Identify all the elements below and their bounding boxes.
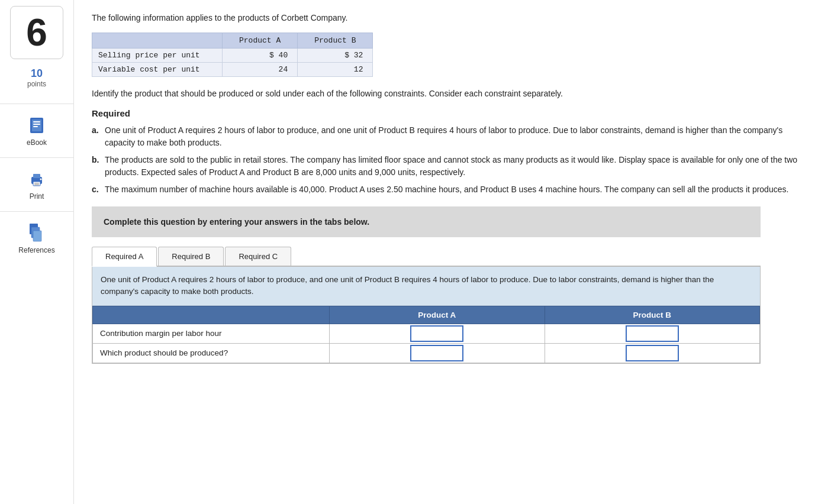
table-header-product-b: Product B	[298, 33, 373, 49]
req-text-c: The maximum number of machine hours avai…	[105, 183, 788, 196]
points-label: points	[27, 80, 46, 88]
ebook-button[interactable]: eBook	[0, 108, 73, 154]
svg-rect-13	[33, 231, 41, 241]
references-icon	[26, 222, 47, 244]
divider-3	[0, 211, 73, 212]
tab-required-c[interactable]: Required C	[225, 247, 291, 266]
ebook-label: eBook	[27, 138, 47, 147]
table-header-empty	[92, 33, 223, 49]
required-heading: Required	[92, 108, 813, 118]
answer-header-product-b: Product B	[545, 306, 760, 324]
tab-description: One unit of Product A requires 2 hours o…	[92, 267, 760, 306]
answer-row-product: Which product should be produced?	[93, 343, 760, 363]
tab-content: One unit of Product A requires 2 hours o…	[92, 267, 761, 364]
answer-table: Product A Product B Contribution margin …	[92, 306, 760, 363]
svg-rect-8	[34, 183, 39, 184]
row-val-a-selling: $ 40	[223, 49, 298, 63]
answer-header-product-a: Product A	[330, 306, 545, 324]
req-letter-b: b.	[92, 154, 101, 179]
print-icon	[26, 169, 47, 190]
tabs-container: Required A Required B Required C One uni…	[92, 247, 761, 364]
answer-input-b-margin[interactable]	[626, 325, 679, 342]
question-number-box: 6	[10, 6, 63, 59]
svg-rect-4	[33, 126, 38, 127]
list-item: c. The maximum number of machine hours a…	[92, 183, 813, 196]
tabs-row: Required A Required B Required C	[92, 247, 761, 267]
print-label: Print	[30, 192, 44, 201]
row-label-selling: Selling price per unit	[92, 49, 223, 63]
row-label-variable: Variable cost per unit	[92, 63, 223, 77]
svg-rect-2	[33, 121, 40, 122]
requirements-list: a. One unit of Product A requires 2 hour…	[92, 124, 813, 196]
answer-row-margin: Contribution margin per labor hour	[93, 324, 760, 343]
svg-point-10	[40, 179, 42, 180]
req-letter-a: a.	[92, 124, 101, 149]
answer-row-label-product: Which product should be produced?	[93, 343, 330, 363]
tab-required-a[interactable]: Required A	[92, 247, 157, 267]
answer-header-empty	[93, 306, 330, 324]
divider-2	[0, 157, 73, 158]
req-text-b: The products are sold to the public in r…	[105, 154, 813, 179]
main-content: The following information applies to the…	[74, 0, 831, 504]
points-section: 10 points	[27, 67, 46, 88]
svg-rect-9	[34, 185, 39, 186]
sidebar: 6 10 points eBook	[0, 0, 74, 504]
complete-box: Complete this question by entering your …	[92, 206, 761, 237]
list-item: a. One unit of Product A requires 2 hour…	[92, 124, 813, 149]
answer-row-label-margin: Contribution margin per labor hour	[93, 324, 330, 343]
row-val-b-variable: 12	[298, 63, 373, 77]
answer-input-b-product[interactable]	[626, 345, 679, 361]
table-header-product-a: Product A	[223, 33, 298, 49]
table-row: Selling price per unit $ 40 $ 32	[92, 49, 373, 63]
identify-text: Identify the product that should be prod…	[92, 88, 813, 100]
references-label: References	[18, 246, 54, 254]
question-number: 6	[26, 14, 47, 51]
intro-text: The following information applies to the…	[92, 12, 813, 24]
complete-box-text: Complete this question by entering your …	[104, 217, 369, 227]
product-data-table: Product A Product B Selling price per un…	[92, 33, 373, 77]
answer-input-cell-b-margin[interactable]	[545, 324, 760, 343]
answer-input-cell-b-product[interactable]	[545, 343, 760, 363]
answer-input-a-margin[interactable]	[410, 325, 463, 342]
list-item: b. The products are sold to the public i…	[92, 154, 813, 179]
ebook-icon	[26, 115, 47, 136]
svg-rect-6	[33, 174, 40, 178]
tab-required-b[interactable]: Required B	[158, 247, 224, 266]
svg-rect-3	[33, 124, 40, 125]
row-val-a-variable: 24	[223, 63, 298, 77]
answer-input-a-product[interactable]	[410, 345, 463, 361]
answer-input-cell-a-margin[interactable]	[330, 324, 545, 343]
points-value: 10	[27, 67, 46, 80]
req-letter-c: c.	[92, 183, 101, 196]
divider-1	[0, 104, 73, 104]
table-row: Variable cost per unit 24 12	[92, 63, 373, 77]
answer-input-cell-a-product[interactable]	[330, 343, 545, 363]
print-button[interactable]: Print	[0, 161, 73, 208]
req-text-a: One unit of Product A requires 2 hours o…	[105, 124, 813, 149]
references-button[interactable]: References	[0, 215, 73, 261]
row-val-b-selling: $ 32	[298, 49, 373, 63]
